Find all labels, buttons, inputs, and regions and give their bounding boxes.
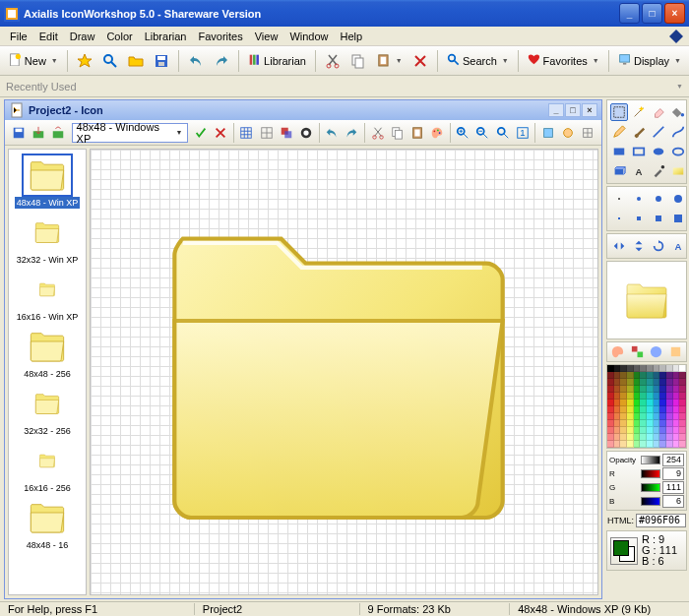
palette-swatch[interactable] [673, 372, 680, 379]
palette-swatch[interactable] [659, 393, 666, 400]
palette-swatch[interactable] [647, 400, 654, 406]
palette-swatch[interactable] [640, 365, 647, 372]
palette-swatch[interactable] [607, 420, 614, 427]
recently-used-bar[interactable]: Recently Used ▼ [0, 76, 689, 97]
search-button[interactable]: Search▼ [443, 49, 513, 73]
brush-4[interactable] [669, 190, 687, 208]
palette-swatch[interactable] [640, 427, 647, 434]
save-button[interactable] [150, 49, 173, 73]
palette-swatch[interactable] [673, 434, 680, 441]
foreground-color-swatch[interactable] [613, 540, 629, 556]
palette-swatch[interactable] [640, 372, 647, 379]
palette-swatch[interactable] [659, 379, 666, 386]
palette-swatch[interactable] [654, 434, 660, 441]
palette-swatch[interactable] [679, 400, 686, 406]
palette-swatch[interactable] [666, 406, 673, 413]
opacity-slider[interactable]: Opacity 254 [609, 454, 684, 466]
palette-swatch[interactable] [634, 427, 641, 434]
palette-swatch[interactable] [620, 427, 627, 434]
doc-minimize-button[interactable]: _ [548, 103, 564, 117]
brush-sq4[interactable] [669, 210, 687, 227]
doc-redo-button[interactable] [343, 123, 361, 143]
doc-maximize-button[interactable]: □ [565, 103, 581, 117]
palette-swatch[interactable] [654, 393, 660, 400]
palette-swatch[interactable] [620, 379, 627, 386]
export-button[interactable] [29, 123, 47, 143]
doc-cut-button[interactable] [368, 123, 387, 143]
3d-rect-tool[interactable] [610, 162, 628, 180]
palette-swatch[interactable] [640, 379, 647, 386]
palette-swatch[interactable] [679, 386, 686, 393]
palette-swatch[interactable] [607, 379, 614, 386]
palette-swatch[interactable] [654, 413, 660, 420]
palette-swatch[interactable] [627, 365, 634, 372]
palette-swatch[interactable] [659, 427, 666, 434]
palette-swatch[interactable] [634, 372, 641, 379]
gradient-tool[interactable] [669, 162, 687, 180]
palette-swatch[interactable] [647, 420, 654, 427]
palette-button[interactable] [427, 123, 446, 143]
palette-swatch[interactable] [627, 420, 634, 427]
open-button[interactable] [124, 49, 148, 73]
palette-swatch[interactable] [607, 372, 614, 379]
palette-swatch[interactable] [607, 365, 614, 372]
blue-slider[interactable]: B 6 [609, 495, 684, 508]
zoom-out-button[interactable] [473, 123, 492, 143]
search-icon-button[interactable] [98, 49, 122, 73]
palette-swatch[interactable] [666, 372, 673, 379]
bucket-tool[interactable] [669, 103, 687, 121]
menu-help[interactable]: Help [335, 29, 369, 44]
zoom-in-button[interactable] [454, 123, 472, 143]
palette-swatch[interactable] [620, 434, 627, 441]
palette-swatch[interactable] [627, 441, 634, 448]
brush-sq3[interactable] [650, 210, 667, 227]
palette-swatch[interactable] [659, 420, 666, 427]
line-tool[interactable] [650, 123, 667, 141]
palette-swatch[interactable] [666, 427, 673, 434]
palette-swatch[interactable] [627, 393, 634, 400]
rotate-tool[interactable] [650, 237, 667, 255]
palette-swatch[interactable] [634, 400, 641, 406]
overlay-button[interactable] [277, 123, 295, 143]
flip-h-tool[interactable] [610, 237, 628, 255]
palette-swatch[interactable] [654, 379, 660, 386]
palette-swatch[interactable] [634, 393, 641, 400]
librarian-button[interactable]: Librarian [244, 49, 310, 73]
palette-swatch[interactable] [627, 386, 634, 393]
palette-swatch[interactable] [647, 372, 654, 379]
palette-swatch[interactable] [627, 406, 634, 413]
palette-swatch[interactable] [647, 386, 654, 393]
zoom-fit-button[interactable] [493, 123, 512, 143]
menu-window[interactable]: Window [283, 29, 334, 44]
color-palette[interactable] [606, 364, 687, 449]
text-effect-tool[interactable]: A [669, 237, 687, 255]
palette-swatch[interactable] [659, 372, 666, 379]
effects3-button[interactable] [579, 123, 597, 143]
palette-swatch[interactable] [666, 400, 673, 406]
palette-swatch[interactable] [647, 406, 654, 413]
ellipse-tool[interactable] [650, 143, 667, 160]
palette-swatch[interactable] [640, 406, 647, 413]
menu-librarian[interactable]: Librarian [139, 29, 193, 44]
palette-swatch[interactable] [607, 434, 614, 441]
format-thumb[interactable]: 48x48 - Win XP [18, 154, 77, 209]
palette-swatch[interactable] [614, 400, 621, 406]
cancel-button[interactable] [212, 123, 230, 143]
palette-swatch[interactable] [614, 434, 621, 441]
palette-swatch[interactable] [647, 365, 654, 372]
flip-v-tool[interactable] [630, 237, 648, 255]
palette-swatch[interactable] [647, 393, 654, 400]
palette-swatch[interactable] [659, 406, 666, 413]
palette-swatch[interactable] [679, 365, 686, 372]
palette-swatch[interactable] [654, 406, 660, 413]
palette-swatch[interactable] [640, 441, 647, 448]
doc-copy-button[interactable] [388, 123, 407, 143]
palette-swatch[interactable] [673, 441, 680, 448]
color-swatch[interactable] [610, 537, 638, 565]
palette-swatch[interactable] [666, 379, 673, 386]
format-thumb[interactable]: 16x16 - Win XP [18, 268, 77, 323]
format-thumb[interactable]: 32x32 - 256 [18, 382, 77, 437]
curve-tool[interactable] [669, 123, 687, 141]
eyedropper-tool[interactable] [650, 162, 667, 180]
palette-swatch[interactable] [654, 420, 660, 427]
